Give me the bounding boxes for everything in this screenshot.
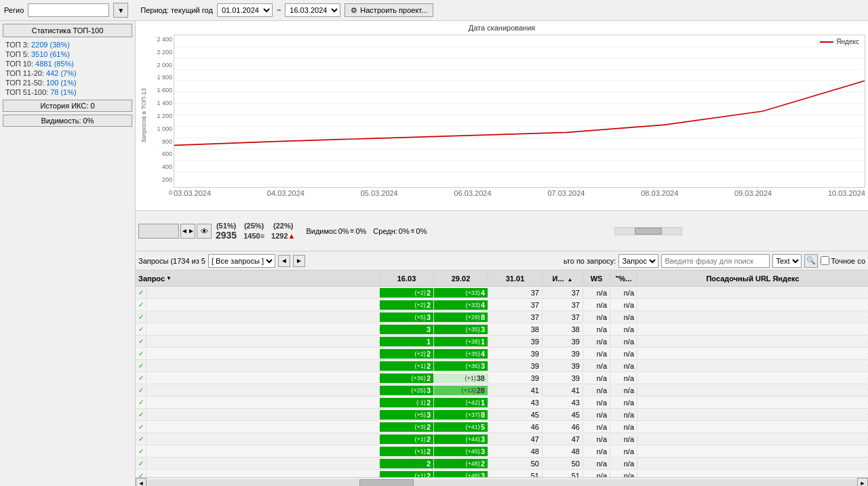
chart-scroll-thumb[interactable] — [635, 228, 662, 235]
table-row: ✓ (+5) 3 (+29) 8 37 37 n/a n/a — [136, 311, 868, 323]
row-check: ✓ — [136, 410, 146, 419]
row-check: ✓ — [136, 361, 146, 370]
row-date1: (+2) 2 — [380, 288, 434, 298]
region-dropdown-btn[interactable]: ▼ — [113, 3, 128, 18]
row-date3: 37 — [488, 312, 542, 322]
index-col-header[interactable]: И... ▲ — [542, 273, 583, 284]
row-index: 37 — [542, 312, 583, 322]
vis-pct-1: 0% — [355, 227, 366, 235]
row-url — [637, 451, 868, 452]
exact-match-checkbox[interactable] — [821, 256, 829, 265]
row-date3: 50 — [488, 459, 542, 468]
row-date1: 3 — [380, 325, 434, 334]
prev-arrow-btn[interactable]: ◄ — [278, 255, 290, 267]
x-date-7: 09.03.2024 — [734, 189, 772, 197]
chart-scrollbar[interactable] — [614, 227, 682, 235]
row-index: 38 — [542, 325, 583, 334]
row-date1: (-1) 2 — [380, 398, 434, 407]
row-query — [146, 390, 380, 391]
visibility-button[interactable]: Видимость: 0% — [3, 115, 132, 127]
table-row: ✓ (+25) 3 (+13) 28 41 41 n/a n/a — [136, 384, 868, 397]
next-arrow-btn[interactable]: ► — [293, 255, 305, 267]
row-query — [146, 439, 380, 440]
row-pct: n/a — [610, 471, 637, 478]
eye-toggle-btn[interactable]: 👁 — [197, 224, 212, 239]
date2-col-header[interactable]: 29.02 — [434, 273, 488, 284]
filter-right: ьто по запросу: Запрос Text 🔍 Точное со — [564, 254, 865, 268]
row-pct: n/a — [610, 373, 637, 383]
row-ws: n/a — [583, 471, 610, 478]
filter-field-select[interactable]: Запрос — [618, 254, 658, 268]
row-url — [637, 439, 868, 440]
row-url — [637, 329, 868, 330]
table-row: ✓ (+5) 3 (+37) 8 45 45 n/a n/a — [136, 409, 868, 421]
row-date2: (+36) 3 — [434, 361, 488, 371]
prev-page-btn[interactable]: ◄► — [180, 224, 195, 239]
table-row: ✓ (+3) 2 (+41) 5 46 46 n/a n/a — [136, 421, 868, 433]
right-panel: Дата сканирования Запросов в ТОП-13 2 40… — [136, 21, 868, 486]
table-header: Запрос ▼ 16.03 29.02 31.01 И... ▲ — [136, 270, 868, 287]
row-url — [637, 304, 868, 306]
date1-col-header[interactable]: 16.03 — [380, 273, 434, 284]
stat-val-1: 2935 — [216, 230, 237, 241]
row-date2: (+29) 8 — [434, 312, 488, 322]
queries-select[interactable]: [ Все запросы ] — [208, 254, 275, 268]
date-from-select[interactable]: 01.01.2024 — [217, 3, 273, 17]
top5-link[interactable]: 3510 (61%) — [31, 50, 70, 58]
table-row: ✓ (+2) 2 (+33) 4 37 37 n/a n/a — [136, 299, 868, 311]
top10-stat: ТОП 10: 4881 (85%) — [3, 59, 132, 68]
y-val-800: 800 — [151, 138, 172, 145]
filter-phrase-input[interactable] — [661, 254, 770, 268]
top10-link[interactable]: 4881 (85%) — [35, 60, 74, 68]
scroll-left-btn[interactable]: ◄ — [136, 478, 146, 487]
date3-col-header[interactable]: 31.01 — [488, 273, 542, 284]
row-url — [637, 353, 868, 355]
row-date2: (+1) 38 — [434, 373, 488, 383]
date-to-select[interactable]: 16.03.2024 — [285, 3, 340, 17]
top3-link[interactable]: 2209 (38%) — [31, 41, 70, 49]
row-ws: n/a — [583, 459, 610, 468]
row-date3: 39 — [488, 349, 542, 359]
top11-20-link[interactable]: 442 (7%) — [46, 69, 77, 77]
stat-pct-2: (25%) — [243, 222, 264, 230]
table-row: ✓ (+2) 2 (+35) 4 39 39 n/a n/a — [136, 348, 868, 360]
scroll-right-btn[interactable]: ► — [857, 478, 868, 487]
row-ws: n/a — [583, 325, 610, 334]
y-val-1000: 1 000 — [151, 125, 172, 132]
row-date3: 45 — [488, 410, 542, 420]
row-date2: (+35) 4 — [434, 349, 488, 359]
stat-val-3: 1292▲ — [271, 230, 295, 241]
query-col-header[interactable]: Запрос ▼ — [136, 273, 380, 284]
region-label: Регио — [4, 6, 24, 14]
table-row: ✓ (+1) 2 (+45) 3 48 48 n/a n/a — [136, 445, 868, 458]
row-index: 37 — [542, 288, 583, 298]
filter-bar: Запросы (1734 из 5 [ Все запросы ] ◄ ► ь… — [136, 251, 868, 270]
top-bar: Регио ▼ Период: текущий год 01.01.2024 ~… — [0, 0, 868, 21]
row-ws: n/a — [583, 300, 610, 310]
row-check: ✓ — [136, 434, 146, 443]
row-ws: n/a — [583, 337, 610, 346]
color-block — [138, 224, 179, 239]
search-button[interactable]: 🔍 — [804, 254, 818, 268]
top21-50-link[interactable]: 100 (1%) — [46, 79, 77, 87]
filter-type-select[interactable]: Text — [772, 254, 802, 268]
row-url — [637, 378, 868, 379]
history-iks-button[interactable]: История ИКС: 0 — [3, 100, 132, 112]
y-val-2200: 2 200 — [151, 49, 172, 56]
row-date3: 46 — [488, 422, 542, 432]
chart-scroll — [431, 227, 865, 235]
row-index: 45 — [542, 410, 583, 420]
bottom-scrollbar[interactable] — [146, 479, 857, 487]
row-date1: 1 — [380, 337, 434, 346]
region-input[interactable] — [28, 3, 109, 17]
chart-container: Запросов в ТОП-13 2 400 2 200 2 000 1 80… — [136, 35, 868, 197]
settings-button[interactable]: ⚙ Настроить проект... — [344, 3, 433, 17]
bottom-scroll-thumb[interactable] — [359, 479, 414, 487]
row-check: ✓ — [136, 471, 146, 477]
row-date2: (+38) 1 — [434, 337, 488, 346]
stat-top100-button[interactable]: Статистика ТОП-100 — [3, 24, 132, 37]
row-date3: 43 — [488, 398, 542, 407]
row-index: 43 — [542, 398, 583, 407]
main-layout: Статистика ТОП-100 ТОП 3: 2209 (38%) ТОП… — [0, 21, 868, 486]
top51-100-link[interactable]: 78 (1%) — [50, 88, 77, 96]
